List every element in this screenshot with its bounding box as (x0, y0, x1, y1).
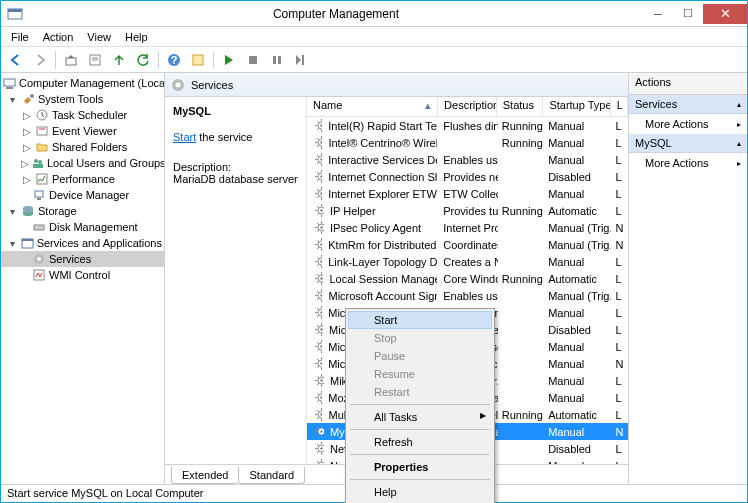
menu-item-help[interactable]: Help (348, 483, 492, 501)
service-logon: L (611, 171, 628, 183)
svg-line-203 (317, 400, 319, 402)
titlebar: Computer Management ─ ☐ ✕ (1, 1, 747, 27)
service-logon: N (611, 426, 628, 438)
svg-rect-30 (22, 239, 33, 241)
svg-line-51 (317, 138, 319, 140)
service-logon: L (611, 273, 628, 285)
view-button[interactable] (187, 49, 209, 71)
service-row[interactable]: Microsoft Account Sign-in ...Enables use… (307, 287, 628, 304)
service-startup: Manual (544, 256, 611, 268)
svg-point-195 (320, 379, 323, 382)
menu-action[interactable]: Action (37, 29, 80, 45)
tree-services[interactable]: Services (1, 251, 164, 267)
tree-device-manager[interactable]: Device Manager (1, 187, 164, 203)
forward-button[interactable] (29, 49, 51, 71)
menu-file[interactable]: File (5, 29, 35, 45)
export-button[interactable] (108, 49, 130, 71)
tab-extended[interactable]: Extended (171, 467, 238, 484)
service-row[interactable]: IPsec Policy AgentInternet Pro...Manual … (307, 219, 628, 236)
chevron-right-icon: ▸ (737, 159, 741, 168)
menu-item-start[interactable]: Start (348, 311, 492, 329)
actions-more-services[interactable]: More Actions▸ (629, 114, 747, 134)
col-name[interactable]: Name ▴ (307, 97, 438, 116)
service-row[interactable]: Local Session ManagerCore Windo...Runnin… (307, 270, 628, 287)
twisty-icon[interactable]: ▾ (7, 94, 18, 105)
minimize-button[interactable]: ─ (643, 4, 673, 24)
tree-event-viewer[interactable]: ▷Event Viewer (1, 123, 164, 139)
gear-icon (311, 153, 322, 166)
col-description[interactable]: Description (438, 97, 497, 116)
svg-line-233 (317, 451, 319, 453)
tree-task-scheduler[interactable]: ▷Task Scheduler (1, 107, 164, 123)
menu-item-all-tasks[interactable]: All Tasks (348, 408, 492, 426)
help-button[interactable]: ? (163, 49, 185, 71)
service-row[interactable]: Internet Connection Sharin...Provides ne… (307, 168, 628, 185)
svg-rect-28 (34, 225, 44, 230)
column-headers[interactable]: Name ▴ Description Status Startup Type L (307, 97, 628, 117)
tree-shared-folders[interactable]: ▷Shared Folders (1, 139, 164, 155)
tree-local-users[interactable]: ▷Local Users and Groups (1, 155, 164, 171)
col-status[interactable]: Status (497, 97, 544, 116)
service-desc: Enables use... (439, 154, 498, 166)
gear-icon (32, 252, 46, 266)
svg-point-20 (38, 160, 42, 164)
service-row[interactable]: Link-Layer Topology Discov...Creates a N… (307, 253, 628, 270)
col-startup[interactable]: Startup Type (543, 97, 610, 116)
tree-system-tools[interactable]: ▾ System Tools (1, 91, 164, 107)
menu-help[interactable]: Help (119, 29, 154, 45)
menu-item-refresh[interactable]: Refresh (348, 433, 492, 451)
service-startup: Manual (544, 154, 611, 166)
service-logon: L (611, 324, 628, 336)
actions-section-mysql[interactable]: MySQL▴ (629, 134, 747, 153)
start-service-button[interactable] (218, 49, 240, 71)
tab-standard[interactable]: Standard (238, 467, 305, 484)
svg-point-27 (23, 212, 33, 216)
service-startup: Manual (544, 358, 611, 370)
actions-section-services[interactable]: Services▴ (629, 95, 747, 114)
tree-disk-management[interactable]: Disk Management (1, 219, 164, 235)
service-startup: Manual (544, 188, 611, 200)
collapse-icon: ▴ (737, 100, 741, 109)
service-row[interactable]: IP HelperProvides tu...RunningAutomaticL (307, 202, 628, 219)
close-button[interactable]: ✕ (703, 4, 747, 24)
svg-line-141 (317, 291, 319, 293)
service-desc: Core Windo... (439, 273, 498, 285)
menu-item-properties[interactable]: Properties (348, 458, 492, 476)
pause-service-button[interactable] (266, 49, 288, 71)
restart-service-button[interactable] (290, 49, 312, 71)
svg-line-103 (317, 230, 319, 232)
service-row[interactable]: Intel(R) Rapid Start Technol...Flushes d… (307, 117, 628, 134)
up-button[interactable] (60, 49, 82, 71)
service-startup: Automatic (544, 273, 611, 285)
gear-icon (311, 340, 322, 353)
service-row[interactable]: KtmRm for Distributed Tran...Coordinates… (307, 236, 628, 253)
svg-line-83 (317, 196, 319, 198)
navigation-tree[interactable]: Computer Management (Local ▾ System Tool… (1, 73, 165, 484)
svg-line-211 (317, 410, 319, 412)
properties-button[interactable] (84, 49, 106, 71)
svg-rect-23 (35, 191, 43, 197)
service-row[interactable]: Interactive Services DetectionEnables us… (307, 151, 628, 168)
maximize-button[interactable]: ☐ (673, 4, 703, 24)
refresh-button[interactable] (132, 49, 154, 71)
service-row[interactable]: Internet Explorer ETW Colle...ETW Collec… (307, 185, 628, 202)
context-menu[interactable]: StartStopPauseResumeRestartAll TasksRefr… (345, 308, 495, 503)
service-row[interactable]: Intel® Centrino® Wireless ...RunningManu… (307, 134, 628, 151)
service-desc: Coordinates... (439, 239, 498, 251)
col-logon[interactable]: L (611, 97, 628, 116)
service-startup: Disabled (544, 324, 611, 336)
service-logon: N (611, 239, 628, 251)
tree-root[interactable]: Computer Management (Local (1, 75, 164, 91)
menu-view[interactable]: View (81, 29, 117, 45)
svg-point-19 (34, 159, 38, 163)
stop-service-button[interactable] (242, 49, 264, 71)
selected-service-name: MySQL (173, 105, 298, 117)
tree-performance[interactable]: ▷Performance (1, 171, 164, 187)
start-service-link[interactable]: Start (173, 131, 196, 143)
back-button[interactable] (5, 49, 27, 71)
gear-icon (171, 78, 185, 92)
tree-storage[interactable]: ▾Storage (1, 203, 164, 219)
actions-more-mysql[interactable]: More Actions▸ (629, 153, 747, 173)
tree-services-apps[interactable]: ▾Services and Applications (1, 235, 164, 251)
tree-wmi-control[interactable]: WMI Control (1, 267, 164, 283)
